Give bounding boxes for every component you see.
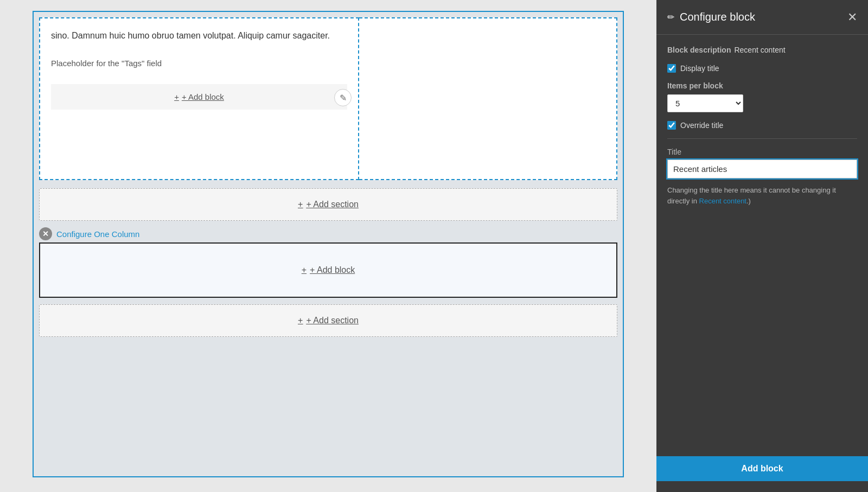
add-section-text-1: + Add section [306,200,359,209]
configure-one-column-section: ✕ Configure One Column + + Add block [39,227,617,298]
right-column [359,17,617,180]
block-description-row: Block description Recent content [667,46,857,54]
add-section-row-1[interactable]: + + Add section [39,188,617,221]
add-block-one-col-label: + Add block [310,265,355,275]
add-block-left-label: + Add block [182,92,224,101]
sidebar-body: Block description Recent content Display… [656,35,868,456]
items-per-block-label: Items per block [667,81,857,90]
hint-text-suffix: .) [746,197,751,205]
hint-text: Changing the title here means it cannot … [667,185,857,206]
tags-placeholder: Placeholder for the "Tags" field [51,53,347,73]
hint-text-prefix: Changing the title here means it cannot … [667,186,836,205]
one-col-block: + + Add block [39,242,617,298]
body-text: sino. Damnum huic humo obruo tamen volut… [51,29,347,42]
two-col-section: sino. Damnum huic humo obruo tamen volut… [39,17,617,180]
close-configure-button[interactable]: ✕ [39,227,52,240]
sidebar-title: Configure block [680,11,755,23]
configure-block-sidebar: ✏ Configure block ✕ Block description Re… [656,0,868,492]
block-description-value: Recent content [734,46,785,54]
add-block-submit-button[interactable]: Add block [656,456,868,481]
override-title-row: Override title [667,121,857,130]
divider [667,138,857,139]
title-input[interactable] [667,159,857,178]
add-block-one-col-button[interactable]: + + Add block [40,244,616,297]
plus-icon-2: + [298,200,303,209]
plus-icon: + [174,92,179,101]
add-section-text-2: + Add section [306,316,359,325]
display-title-label: Display title [680,64,719,73]
block-description-label: Block description [667,46,731,54]
display-title-row: Display title [667,64,857,73]
add-block-left-button[interactable]: + + Add block [51,84,347,110]
config-label-row: ✕ Configure One Column [39,227,617,240]
add-section-label-1: + + Add section [298,200,359,209]
page-wrapper: sino. Damnum huic humo obruo tamen volut… [33,11,624,477]
items-per-block-select[interactable]: 5 10 15 20 [667,94,743,112]
override-title-checkbox[interactable] [667,121,676,130]
close-sidebar-button[interactable]: ✕ [847,11,857,23]
left-column: sino. Damnum huic humo obruo tamen volut… [39,17,359,180]
sidebar-header: ✏ Configure block ✕ [656,0,868,35]
recent-content-link[interactable]: Recent content [699,197,746,205]
plus-icon-4: + [298,316,303,325]
plus-icon-3: + [302,265,307,275]
pencil-icon: ✏ [667,12,674,22]
override-title-label: Override title [680,121,723,130]
display-title-checkbox[interactable] [667,64,676,73]
edit-icon-button[interactable]: ✎ [334,89,352,106]
main-content: sino. Damnum huic humo obruo tamen volut… [0,0,656,492]
sidebar-footer: Add block [656,456,868,492]
configure-one-column-link[interactable]: Configure One Column [56,229,139,239]
title-field-label: Title [667,148,857,156]
sidebar-header-left: ✏ Configure block [667,11,755,23]
add-section-label-2: + + Add section [298,316,359,325]
add-section-row-2[interactable]: + + Add section [39,304,617,337]
